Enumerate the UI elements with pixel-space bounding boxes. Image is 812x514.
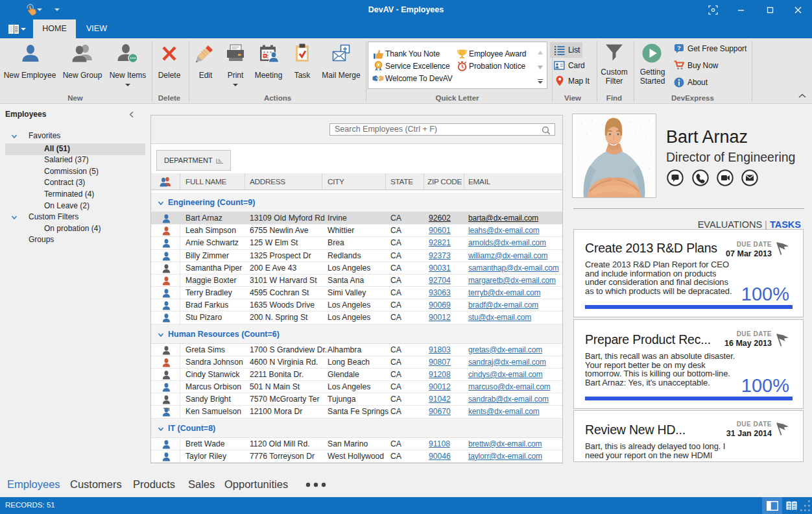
- svg-text:?: ?: [677, 44, 681, 51]
